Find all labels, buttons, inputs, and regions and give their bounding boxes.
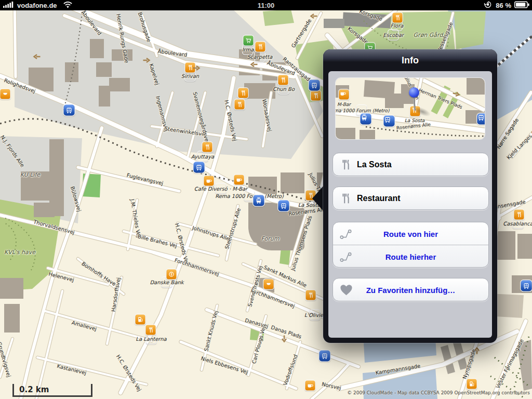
poi-name: La Sosta — [357, 160, 392, 169]
fuel-icon[interactable] — [467, 379, 477, 389]
oneway-arrow-icon — [282, 335, 287, 343]
street-label: KVL's have — [4, 249, 35, 256]
poi-category-row[interactable]: Restaurant — [332, 187, 489, 210]
restaurant-icon[interactable] — [278, 75, 288, 85]
restaurant-icon[interactable] — [235, 100, 245, 110]
map-attribution: © 2009 CloudMade - Map data CCBYSA 2009 … — [347, 390, 530, 395]
scale-label: 0.2 km — [19, 385, 49, 394]
poi-label: Scarpetta — [255, 52, 265, 62]
info-panel: Info — [323, 49, 497, 343]
smiley-icon[interactable] — [1, 89, 10, 99]
route-from-label: Route von hier — [333, 229, 488, 238]
tram-icon[interactable] — [361, 114, 371, 125]
restaurant-icon[interactable] — [514, 210, 524, 220]
oneway-arrow-icon — [310, 14, 318, 19]
poi-label: Escobar — [389, 30, 398, 40]
restaurant-icon[interactable] — [393, 13, 403, 23]
panel-title: Info — [402, 55, 419, 66]
route-group: Route von hier Route hierher — [332, 222, 489, 268]
callout-arrow — [312, 185, 324, 212]
oneway-arrow-icon — [192, 65, 201, 71]
street-label: KU Life — [20, 171, 40, 178]
smiley-icon[interactable] — [264, 280, 274, 289]
oneway-arrow-icon — [142, 58, 151, 63]
poi-label: La Lanterna — [147, 334, 156, 344]
add-favorite-label: Zu Favoriten hinzufüg… — [333, 285, 488, 294]
scale-bar: 0.2 km — [12, 384, 92, 397]
supermarket-icon[interactable] — [244, 36, 254, 46]
restaurant-icon — [339, 192, 353, 205]
bus-icon[interactable] — [320, 351, 330, 362]
status-right: 86 % — [483, 0, 529, 10]
bank-icon[interactable] — [167, 270, 177, 280]
poi-name-row[interactable]: La Sosta — [332, 153, 489, 176]
cafe-icon[interactable] — [339, 90, 349, 100]
bus-icon[interactable] — [521, 281, 532, 291]
cafe-icon[interactable] — [305, 381, 315, 391]
restaurant-icon — [339, 158, 353, 171]
panel-header: Info — [323, 49, 497, 71]
restaurant-icon[interactable] — [146, 325, 156, 335]
route-to-button[interactable]: Route hierher — [333, 245, 488, 268]
battery-percent: 86 % — [496, 2, 511, 9]
poi-label: Chun Bo — [279, 84, 289, 94]
poi-label: Ayuttaya — [198, 152, 208, 162]
street-label: Forum — [261, 235, 280, 242]
cafe-icon[interactable] — [204, 176, 214, 186]
mini-map[interactable]: M-Barma 1000 Forum (Metro)Herman Triers … — [336, 78, 485, 139]
oneway-arrow-icon — [33, 54, 42, 60]
poi-label: Casablanca — [513, 219, 523, 229]
bus-icon[interactable] — [278, 201, 289, 211]
battery-icon — [514, 1, 529, 10]
route-from-button[interactable]: Route von hier — [333, 222, 488, 245]
rotation-lock-icon — [483, 0, 493, 10]
tram-icon[interactable] — [254, 195, 264, 206]
bus-icon[interactable] — [64, 105, 75, 116]
restaurant-icon[interactable] — [238, 88, 248, 98]
poi-category: Restaurant — [357, 194, 401, 203]
fuel-icon[interactable] — [136, 315, 145, 325]
restaurant-icon[interactable] — [203, 142, 212, 152]
poi-label: L'Olivier — [310, 310, 320, 320]
clock: 11:00 — [0, 0, 532, 10]
bus-icon[interactable] — [194, 162, 205, 173]
add-favorite-button[interactable]: Zu Favoriten hinzufüg… — [332, 278, 489, 301]
app-screen: ÅboulevardHenrik Rungs GadeBrohusgadeÅbo… — [0, 0, 532, 399]
bus-icon[interactable] — [309, 80, 320, 91]
restaurant-icon[interactable] — [306, 290, 316, 300]
route-to-label: Route hierher — [333, 252, 488, 261]
poi-label: Cafe Diversó · M-Bar — [216, 184, 226, 194]
poi-label: Irma — [243, 45, 253, 55]
bus-icon[interactable] — [477, 114, 485, 125]
status-bar: vodafone.de 11:00 86 % — [0, 0, 532, 10]
restaurant-icon[interactable] — [311, 91, 321, 101]
restaurant-icon[interactable] — [256, 42, 265, 52]
cafe-icon[interactable] — [234, 175, 244, 185]
street-label: Grøn Gård — [414, 32, 443, 38]
location-pin[interactable] — [409, 87, 419, 98]
bus-icon[interactable] — [384, 116, 395, 127]
panel-body: M-Barma 1000 Forum (Metro)Herman Triers … — [328, 71, 492, 338]
oneway-arrow-icon — [250, 62, 259, 68]
oneway-arrow-icon — [474, 347, 480, 355]
